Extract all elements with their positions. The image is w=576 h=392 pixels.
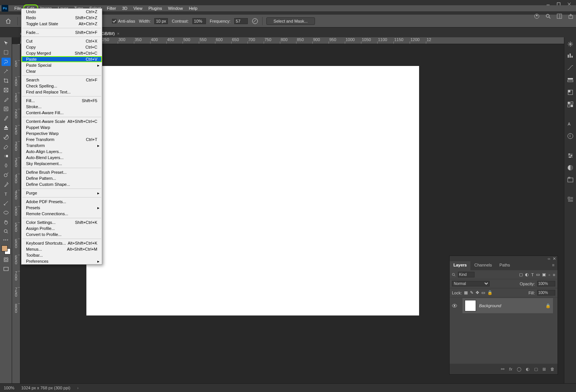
menu-item-menus-[interactable]: Menus...Alt+Shift+Ctrl+M <box>22 246 102 252</box>
shape-tool[interactable] <box>2 208 11 217</box>
path-tool[interactable] <box>2 199 11 207</box>
heal-tool[interactable] <box>2 105 11 113</box>
panel-tab-paths[interactable]: Paths <box>496 261 514 270</box>
menu-item-content-aware-scale[interactable]: Content-Aware ScaleAlt+Shift+Ctrl+C <box>22 118 102 124</box>
filter-shape-icon[interactable]: ▭ <box>536 272 540 277</box>
menu-item-find-and-replace-text-[interactable]: Find and Replace Text... <box>22 89 102 95</box>
menu-help[interactable]: Help <box>186 5 201 11</box>
menu-item-define-pattern-[interactable]: Define Pattern... <box>22 175 102 181</box>
panel-collapse-icon[interactable]: ‹‹ <box>548 256 550 261</box>
layer-name[interactable]: Background <box>479 303 501 308</box>
menu-item-toggle-last-state[interactable]: Toggle Last StateAlt+Ctrl+Z <box>22 21 102 27</box>
select-and-mask-button[interactable]: Select and Mask... <box>266 17 315 25</box>
menu-plugins[interactable]: Plugins <box>145 5 165 11</box>
canvas[interactable] <box>86 66 419 315</box>
history2-panel-icon[interactable] <box>567 208 574 215</box>
menu-item-keyboard-shortcuts-[interactable]: Keyboard Shortcuts...Alt+Shift+Ctrl+K <box>22 240 102 246</box>
menu-item-perspective-warp[interactable]: Perspective Warp <box>22 130 102 136</box>
lock-artboard-icon[interactable]: ▭ <box>481 290 485 295</box>
lasso-tool[interactable] <box>2 58 11 66</box>
lock-all-icon[interactable]: 🔒 <box>487 290 493 295</box>
menu-item-assign-profile-[interactable]: Assign Profile... <box>22 225 102 231</box>
zoom-tool[interactable] <box>2 227 11 236</box>
opacity-input[interactable] <box>537 281 555 286</box>
type-tool[interactable]: T <box>2 190 11 198</box>
lock-transparent-icon[interactable]: ▦ <box>464 290 468 295</box>
hand-tool[interactable] <box>2 218 11 226</box>
menu-window[interactable]: Window <box>165 5 186 11</box>
libraries-panel-icon[interactable] <box>567 176 574 184</box>
width-input[interactable] <box>154 18 168 24</box>
marquee-tool[interactable] <box>2 48 11 57</box>
menu-item-adobe-pdf-presets-[interactable]: Adobe PDF Presets... <box>22 199 102 205</box>
menu-item-stroke-[interactable]: Stroke... <box>22 104 102 110</box>
styles-panel-icon[interactable] <box>567 164 574 172</box>
zoom-level[interactable]: 100% <box>4 386 14 390</box>
menu-item-check-spelling-[interactable]: Check Spelling... <box>22 83 102 89</box>
quickmask-icon[interactable] <box>2 256 11 264</box>
antialias-check[interactable]: Anti-alias <box>112 19 135 23</box>
menu-filter[interactable]: Filter <box>104 5 119 11</box>
layer-filter-input[interactable] <box>458 272 475 277</box>
new-layer-icon[interactable]: ⊞ <box>542 367 546 372</box>
adjustments-panel-icon[interactable] <box>567 152 574 159</box>
menu-item-content-aware-fill-[interactable]: Content-Aware Fill... <box>22 110 102 116</box>
eraser-tool[interactable] <box>2 142 11 151</box>
menu-view[interactable]: View <box>131 5 146 11</box>
contrast-input[interactable] <box>192 18 206 24</box>
menu-item-sky-replacement-[interactable]: Sky Replacement... <box>22 161 102 167</box>
panel-tab-layers[interactable]: Layers <box>450 261 470 270</box>
menu-item-fade-[interactable]: Fade...Shift+Ctrl+F <box>22 29 102 35</box>
blur-tool[interactable] <box>2 161 11 170</box>
pen-pressure-icon[interactable] <box>252 18 258 24</box>
menu-3d[interactable]: 3D <box>119 5 131 11</box>
menu-item-clear[interactable]: Clear <box>22 68 102 74</box>
swatches-panel-icon[interactable] <box>567 101 574 108</box>
home-icon[interactable] <box>3 16 14 26</box>
history-tool[interactable] <box>2 133 11 141</box>
menu-item-paste[interactable]: PasteCtrl+V <box>22 56 102 62</box>
frame-tool[interactable] <box>2 86 11 94</box>
visibility-icon[interactable] <box>452 303 457 308</box>
menu-item-cut[interactable]: CutCtrl+X <box>22 38 102 44</box>
menu-item-define-custom-shape-[interactable]: Define Custom Shape... <box>22 181 102 187</box>
filter-adjust-icon[interactable]: ◐ <box>525 272 529 277</box>
eyedropper-tool[interactable] <box>2 95 11 104</box>
curves-panel-icon[interactable] <box>567 64 574 72</box>
search-icon[interactable] <box>545 13 551 19</box>
group-icon[interactable]: ▢ <box>534 367 538 372</box>
dodge-tool[interactable] <box>2 171 11 179</box>
brush-tool[interactable] <box>2 114 11 122</box>
character-panel-icon[interactable]: A <box>567 120 574 128</box>
menu-item-define-brush-preset-[interactable]: Define Brush Preset... <box>22 169 102 175</box>
menu-item-puppet-warp[interactable]: Puppet Warp <box>22 124 102 130</box>
menu-item-preferences[interactable]: Preferences▸ <box>22 258 102 264</box>
menu-item-search[interactable]: SearchCtrl+F <box>22 77 102 83</box>
menu-item-color-settings-[interactable]: Color Settings...Shift+Ctrl+K <box>22 219 102 225</box>
menu-item-paste-special[interactable]: Paste Special▸ <box>22 62 102 68</box>
levels-panel-icon[interactable] <box>567 52 574 60</box>
menu-item-free-transform[interactable]: Free TransformCtrl+T <box>22 136 102 142</box>
menu-item-copy-merged[interactable]: Copy MergedShift+Ctrl+C <box>22 50 102 56</box>
menu-item-toolbar-[interactable]: Toolbar... <box>22 252 102 258</box>
screenmode-icon[interactable] <box>2 265 11 273</box>
filter-smart-icon[interactable]: ▣ <box>542 272 546 277</box>
panel-menu-icon[interactable]: ≡ <box>553 273 555 277</box>
workspace-icon[interactable] <box>556 13 562 19</box>
stamp-tool[interactable] <box>2 124 11 132</box>
gradient-tool[interactable] <box>2 152 11 160</box>
info-panel-icon[interactable]: i <box>567 132 574 140</box>
tool-overflow[interactable]: ••• <box>3 237 9 242</box>
filter-toggle-icon[interactable]: ● <box>548 273 551 277</box>
status-arrow[interactable]: › <box>77 386 78 390</box>
menu-item-purge[interactable]: Purge▸ <box>22 190 102 196</box>
menu-item-undo[interactable]: UndoCtrl+Z <box>22 9 102 15</box>
menu-item-presets[interactable]: Presets▸ <box>22 205 102 211</box>
brightness-panel-icon[interactable] <box>567 40 574 48</box>
panel-menu-icon[interactable]: ≡ <box>549 261 558 270</box>
channel-panel-icon[interactable] <box>567 77 574 84</box>
crop-tool[interactable] <box>2 77 11 85</box>
fill-input[interactable] <box>537 290 555 296</box>
properties-panel-icon[interactable] <box>567 196 574 203</box>
lock-image-icon[interactable]: ✎ <box>470 290 473 295</box>
